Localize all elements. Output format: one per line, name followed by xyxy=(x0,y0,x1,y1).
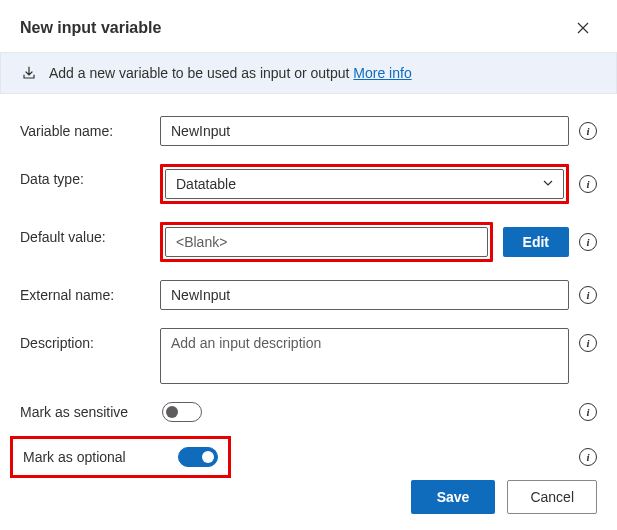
label-variable-name: Variable name: xyxy=(20,116,150,139)
label-default-value: Default value: xyxy=(20,222,150,245)
close-icon xyxy=(577,22,589,34)
banner-text: Add a new variable to be used as input o… xyxy=(49,65,412,81)
row-description: Description: i xyxy=(20,328,597,384)
more-info-link[interactable]: More info xyxy=(353,65,411,81)
info-icon[interactable]: i xyxy=(579,175,597,193)
form-body: Variable name: i Data type: Datatable i xyxy=(0,94,617,500)
info-icon[interactable]: i xyxy=(579,334,597,352)
variable-name-input[interactable] xyxy=(160,116,569,146)
close-button[interactable] xyxy=(569,14,597,42)
download-icon xyxy=(21,65,37,81)
row-variable-name: Variable name: i xyxy=(20,116,597,146)
info-icon[interactable]: i xyxy=(579,122,597,140)
default-value-display: <Blank> xyxy=(165,227,488,257)
row-data-type: Data type: Datatable i xyxy=(20,164,597,204)
dialog-footer: Save Cancel xyxy=(0,464,617,530)
label-mark-optional: Mark as optional xyxy=(23,449,126,465)
external-name-input[interactable] xyxy=(160,280,569,310)
edit-button[interactable]: Edit xyxy=(503,227,569,257)
data-type-highlight: Datatable xyxy=(160,164,569,204)
mark-sensitive-toggle[interactable] xyxy=(162,402,202,422)
label-data-type: Data type: xyxy=(20,164,150,187)
label-description: Description: xyxy=(20,328,150,351)
row-external-name: External name: i xyxy=(20,280,597,310)
description-input[interactable] xyxy=(160,328,569,384)
info-icon[interactable]: i xyxy=(579,286,597,304)
label-mark-sensitive: Mark as sensitive xyxy=(20,404,128,420)
info-banner: Add a new variable to be used as input o… xyxy=(0,52,617,94)
default-value-highlight: <Blank> xyxy=(160,222,493,262)
dialog-header: New input variable xyxy=(0,0,617,52)
label-external-name: External name: xyxy=(20,280,150,303)
cancel-button[interactable]: Cancel xyxy=(507,480,597,514)
dialog-title: New input variable xyxy=(20,19,161,37)
row-default-value: Default value: <Blank> Edit i xyxy=(20,222,597,262)
row-mark-sensitive: Mark as sensitive i xyxy=(20,402,597,422)
info-icon[interactable]: i xyxy=(579,403,597,421)
info-icon[interactable]: i xyxy=(579,233,597,251)
data-type-select[interactable]: Datatable xyxy=(165,169,564,199)
new-input-variable-dialog: New input variable Add a new variable to… xyxy=(0,0,617,500)
save-button[interactable]: Save xyxy=(411,480,496,514)
